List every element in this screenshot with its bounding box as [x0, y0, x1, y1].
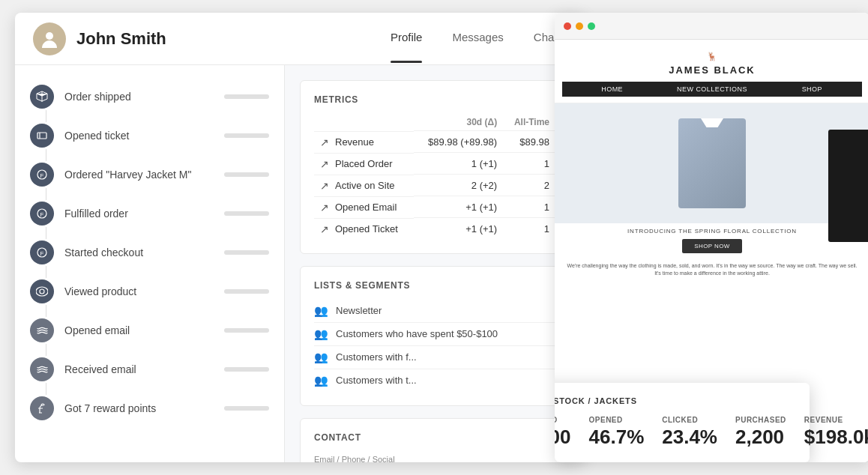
activity-bar	[224, 211, 269, 216]
metric-name: Active on Site	[335, 180, 395, 191]
avatar	[33, 22, 66, 55]
nav-collections: NEW COLLECTIONS	[662, 82, 762, 97]
stat-label: REVENUE	[804, 416, 868, 424]
close-dot	[564, 22, 571, 30]
metric-icon: ↗	[320, 180, 329, 192]
metric-name: Placed Order	[335, 158, 393, 169]
metric-alltime: 2	[503, 175, 555, 196]
shirt-area	[555, 103, 868, 223]
metric-30d: +1 (+1)	[414, 218, 504, 240]
table-row: ↗ Active on Site 2 (+2) 2	[314, 175, 555, 196]
list-item: Viewed product	[15, 272, 284, 311]
svg-point-0	[46, 32, 53, 40]
list-item: F Fulfilled order	[15, 194, 284, 233]
metrics-title: METRICS	[314, 94, 555, 105]
lists-container: 👥 Newsletter 👥 Customers who have spent …	[314, 300, 555, 392]
segment-icon: 👥	[314, 351, 328, 364]
svg-point-9	[40, 289, 44, 294]
activity-label: Order shipped	[64, 91, 215, 103]
list-item: F Ordered "Harvey Jacket M"	[15, 155, 284, 194]
table-row: ↗ Opened Email +1 (+1) 1	[314, 196, 555, 218]
opened-email-icon	[30, 318, 54, 342]
ordered-icon: F	[30, 163, 54, 187]
stat-value: 23.4%	[662, 426, 717, 449]
lists-segments-card: LISTS & SEGMENTS 👥 Newsletter 👥 Customer…	[300, 266, 570, 406]
nav-tabs: Profile Messages Charts	[391, 31, 567, 46]
metric-icon: ↗	[320, 158, 329, 170]
campaign-stat: CLICKED 23.4%	[662, 416, 717, 449]
metric-icon: ↗	[320, 223, 329, 235]
activity-bar	[224, 172, 269, 177]
nav-home: HOME	[562, 82, 662, 97]
metric-30d: 1 (+1)	[414, 153, 504, 175]
list-item: Order shipped	[15, 77, 284, 116]
activity-label: Opened ticket	[64, 130, 215, 142]
list-item: 👥 Customers who have spent $50-$100	[314, 322, 555, 345]
metric-name: Opened Email	[335, 202, 397, 213]
activity-label: Started checkout	[64, 246, 215, 258]
body: Order shipped Opened ticket	[15, 65, 585, 462]
col-alltime: All-Time	[503, 114, 555, 131]
list-item: Got 7 reward points	[15, 389, 284, 428]
activity-label: Ordered "Harvey Jacket M"	[64, 169, 215, 181]
stat-label: PURCHASED	[735, 416, 786, 424]
browser-bar	[555, 13, 868, 40]
lists-title: LISTS & SEGMENTS	[314, 280, 555, 291]
col-30d: 30d (Δ)	[414, 114, 504, 131]
activity-label: Got 7 reward points	[64, 402, 215, 414]
activity-label: Opened email	[64, 324, 215, 336]
metric-30d: +1 (+1)	[414, 196, 504, 218]
activity-bar	[224, 289, 269, 294]
stat-value: 23,000	[555, 426, 571, 449]
reward-icon	[30, 396, 54, 420]
campaign-stats: DELIVERED 23,000 OPENED 46.7% CLICKED 23…	[555, 416, 793, 449]
activity-bar	[224, 367, 269, 372]
activity-label: Received email	[64, 363, 215, 375]
order-shipped-icon	[30, 85, 54, 109]
stat-value: 46.7%	[589, 426, 645, 449]
activity-sidebar: Order shipped Opened ticket	[15, 65, 285, 462]
user-name: John Smith	[76, 29, 166, 49]
brand-header: 🦌 JAMES BLACK HOME NEW COLLECTIONS SHOP	[555, 40, 868, 103]
activity-bar	[224, 250, 269, 255]
stat-value: 2,200	[735, 426, 786, 449]
stat-label: OPENED	[589, 416, 645, 424]
activity-bar	[224, 94, 269, 99]
list-item: Received email	[15, 350, 284, 389]
metrics-card: METRICS 30d (Δ) All-Time ↗ Revenue $89.9…	[300, 80, 570, 254]
svg-text:F: F	[40, 172, 44, 179]
campaign-stat: DELIVERED 23,000	[555, 416, 571, 449]
list-item: Opened ticket	[15, 116, 284, 155]
stat-value: $198.0k	[804, 426, 868, 449]
email-tagline: INTRODUCING THE SPRING FLORAL COLLECTION	[555, 223, 868, 239]
contact-card: Contact Email / Phone / Social ✉ jsmith@…	[300, 418, 570, 463]
profile-header: John Smith Profile Messages Charts	[15, 13, 585, 65]
list-item: F Started checkout	[15, 233, 284, 272]
metric-alltime: $89.98	[503, 131, 555, 153]
checkout-icon: F	[30, 240, 54, 264]
segment-label: Customers with f...	[336, 351, 417, 363]
shirt-image	[678, 118, 746, 208]
main-window: John Smith Profile Messages Charts Order…	[15, 13, 585, 462]
contact-subsection: Email / Phone / Social	[314, 452, 555, 463]
main-content: METRICS 30d (Δ) All-Time ↗ Revenue $89.9…	[285, 65, 585, 462]
list-item: 👥 Customers with f...	[314, 345, 555, 369]
metric-alltime: 1	[503, 153, 555, 175]
metric-name-cell: ↗ Placed Order	[314, 153, 414, 175]
tab-messages[interactable]: Messages	[452, 31, 503, 46]
svg-text:F: F	[40, 250, 44, 257]
received-email-icon	[30, 357, 54, 381]
email-preview-panel: 🦌 JAMES BLACK HOME NEW COLLECTIONS SHOP …	[555, 13, 868, 462]
metric-name-cell: ↗ Opened Email	[314, 196, 414, 218]
segment-label: Newsletter	[336, 305, 382, 316]
metric-name-cell: ↗ Revenue	[314, 131, 414, 153]
email-content: 🦌 JAMES BLACK HOME NEW COLLECTIONS SHOP …	[555, 40, 868, 462]
opened-ticket-icon	[30, 124, 54, 148]
stat-label: DELIVERED	[555, 416, 571, 424]
email-cta[interactable]: SHOP NOW	[682, 239, 742, 253]
table-row: ↗ Opened Ticket +1 (+1) 1	[314, 218, 555, 240]
campaign-stat: REVENUE $198.0k	[804, 416, 868, 449]
tab-profile[interactable]: Profile	[391, 31, 423, 46]
table-row: ↗ Revenue $89.98 (+89.98) $89.98	[314, 131, 555, 153]
metric-icon: ↗	[320, 202, 329, 214]
